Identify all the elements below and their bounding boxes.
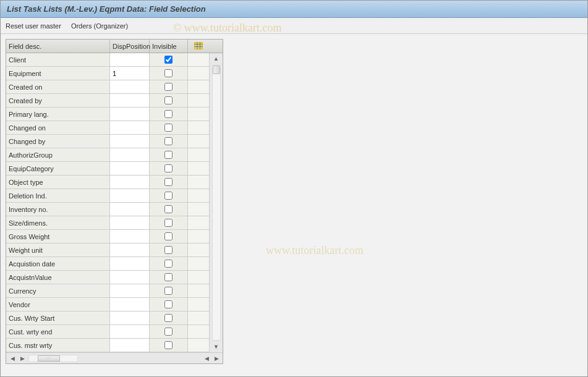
disp-position-input[interactable]: [113, 151, 147, 159]
column-header-invisible[interactable]: Invisible: [150, 40, 188, 53]
invisible-checkbox[interactable]: [164, 273, 173, 281]
invisible-checkbox[interactable]: [164, 56, 173, 64]
disp-position-cell[interactable]: [110, 135, 150, 148]
disp-position-input[interactable]: [113, 70, 147, 77]
hscroll-track[interactable]: ⋯: [28, 355, 78, 362]
scroll-right-icon[interactable]: ▶: [211, 354, 221, 363]
invisible-checkbox[interactable]: [164, 124, 173, 132]
disp-position-input[interactable]: [113, 56, 147, 64]
disp-position-cell[interactable]: [110, 94, 150, 107]
disp-position-cell[interactable]: [110, 67, 150, 80]
padding-cell: [188, 257, 209, 270]
disp-position-input[interactable]: [113, 83, 147, 91]
disp-position-cell[interactable]: [110, 203, 150, 216]
scroll-up-icon[interactable]: ▲: [210, 53, 223, 64]
table-config-button[interactable]: [188, 40, 209, 53]
scroll-right-icon[interactable]: ▶: [17, 354, 27, 363]
table-row: Deletion Ind.: [6, 189, 209, 203]
horizontal-scrollbar-right[interactable]: ◀ ▶: [202, 353, 223, 363]
disp-position-input[interactable]: [113, 315, 147, 322]
field-desc-cell: Primary lang.: [6, 108, 110, 121]
padding-cell: [188, 271, 209, 284]
disp-position-cell[interactable]: [110, 148, 150, 161]
disp-position-cell[interactable]: [110, 108, 150, 121]
disp-position-cell[interactable]: [110, 325, 150, 338]
disp-position-input[interactable]: [113, 179, 147, 186]
invisible-checkbox[interactable]: [164, 300, 173, 308]
invisible-checkbox[interactable]: [164, 232, 173, 240]
invisible-checkbox[interactable]: [164, 314, 173, 322]
scroll-track[interactable]: [212, 65, 221, 341]
disp-position-cell[interactable]: [110, 121, 150, 134]
disp-position-input[interactable]: [113, 233, 147, 240]
invisible-checkbox[interactable]: [164, 192, 173, 200]
invisible-checkbox[interactable]: [164, 205, 173, 213]
disp-position-cell[interactable]: [110, 53, 150, 66]
disp-position-cell[interactable]: [110, 176, 150, 188]
invisible-checkbox[interactable]: [164, 96, 173, 104]
disp-position-cell[interactable]: [110, 271, 150, 284]
vertical-scrollbar[interactable]: ▲ ▼: [209, 53, 223, 352]
disp-position-cell[interactable]: [110, 216, 150, 229]
invisible-checkbox[interactable]: [164, 287, 173, 295]
invisible-checkbox[interactable]: [164, 83, 173, 91]
table-row: Inventory no.: [6, 203, 209, 216]
scroll-down-icon[interactable]: ▼: [210, 341, 223, 352]
page-title: List Task Lists (M.-Lev.) Eqpmt Data: Fi…: [7, 4, 206, 14]
scroll-left-icon[interactable]: ◀: [7, 354, 17, 363]
column-header-field-desc[interactable]: Field desc.: [6, 40, 110, 53]
invisible-checkbox[interactable]: [164, 341, 173, 349]
disp-position-input[interactable]: [113, 287, 147, 295]
disp-position-input[interactable]: [113, 192, 147, 200]
column-header-disp-position[interactable]: DispPosition: [110, 40, 150, 53]
invisible-checkbox[interactable]: [164, 137, 173, 145]
disp-position-cell[interactable]: [110, 80, 150, 93]
invisible-checkbox[interactable]: [164, 151, 173, 159]
invisible-checkbox[interactable]: [164, 246, 173, 254]
padding-cell: [188, 244, 209, 256]
padding-cell: [188, 203, 209, 216]
disp-position-input[interactable]: [113, 247, 147, 254]
invisible-checkbox[interactable]: [164, 178, 173, 186]
disp-position-cell[interactable]: [110, 284, 150, 297]
horizontal-scrollbar-left[interactable]: ◀ ▶ ⋯: [6, 353, 188, 363]
scroll-thumb[interactable]: [213, 66, 220, 74]
disp-position-input[interactable]: [113, 260, 147, 268]
menu-orders-organizer[interactable]: Orders (Organizer): [71, 22, 128, 30]
menu-bar: Reset user master Orders (Organizer): [1, 18, 587, 34]
disp-position-input[interactable]: [113, 328, 147, 336]
field-desc-cell: Inventory no.: [6, 203, 110, 216]
svg-rect-1: [197, 42, 198, 49]
disp-position-cell[interactable]: [110, 189, 150, 202]
invisible-checkbox[interactable]: [164, 69, 173, 77]
field-desc-cell: Gross Weight: [6, 230, 110, 243]
disp-position-input[interactable]: [113, 165, 147, 172]
invisible-checkbox[interactable]: [164, 164, 173, 172]
disp-position-input[interactable]: [113, 301, 147, 308]
disp-position-input[interactable]: [113, 97, 147, 104]
disp-position-cell[interactable]: [110, 162, 150, 175]
disp-position-cell[interactable]: [110, 339, 150, 352]
table-row: Size/dimens.: [6, 216, 209, 230]
invisible-checkbox[interactable]: [164, 260, 173, 268]
disp-position-cell[interactable]: [110, 298, 150, 311]
disp-position-cell[interactable]: [110, 230, 150, 243]
invisible-checkbox[interactable]: [164, 110, 173, 118]
disp-position-input[interactable]: [113, 274, 147, 281]
hscroll-thumb[interactable]: ⋯: [38, 355, 60, 362]
disp-position-input[interactable]: [113, 124, 147, 132]
disp-position-input[interactable]: [113, 219, 147, 227]
svg-rect-0: [194, 42, 203, 49]
scroll-left-icon[interactable]: ◀: [202, 354, 211, 363]
invisible-checkbox[interactable]: [164, 328, 173, 336]
disp-position-input[interactable]: [113, 111, 147, 118]
menu-reset-user-master[interactable]: Reset user master: [6, 22, 61, 30]
disp-position-cell[interactable]: [110, 311, 150, 324]
field-desc-cell: Acquistion date: [6, 257, 110, 270]
disp-position-input[interactable]: [113, 138, 147, 145]
invisible-checkbox[interactable]: [164, 219, 173, 227]
disp-position-cell[interactable]: [110, 257, 150, 270]
disp-position-cell[interactable]: [110, 244, 150, 256]
disp-position-input[interactable]: [113, 206, 147, 213]
disp-position-input[interactable]: [113, 342, 147, 349]
